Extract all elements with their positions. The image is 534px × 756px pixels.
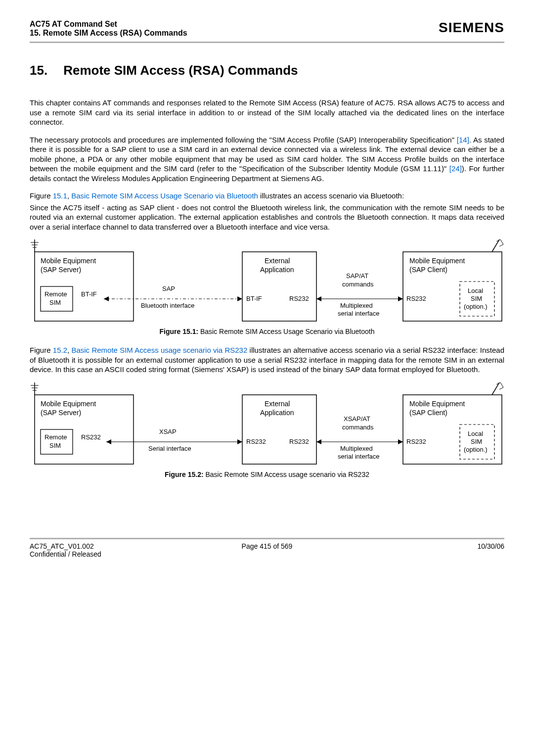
text: SIM	[471, 295, 482, 302]
svg-marker-24	[106, 439, 111, 444]
svg-marker-13	[398, 296, 403, 301]
paragraph-intro: This chapter contains AT commands and re…	[30, 98, 504, 127]
section-heading: 15.Remote SIM Access (RSA) Commands	[30, 63, 504, 78]
text: SIM	[471, 438, 482, 445]
text: commands	[342, 424, 374, 431]
svg-marker-25	[237, 439, 242, 444]
fig-title-link[interactable]: Basic Remote SIM Access Usage Scenario v…	[71, 191, 258, 200]
text: Local	[468, 287, 483, 294]
diagram-bluetooth: Mobile Equipment (SAP Server) Remote SIM…	[30, 239, 504, 324]
svg-marker-8	[104, 296, 109, 301]
section-number: 15.	[30, 63, 47, 78]
ref-link-14[interactable]: [14]	[457, 136, 469, 144]
text: Mobile Equipment	[41, 257, 96, 265]
page-header: AC75 AT Command Set 15. Remote SIM Acces…	[30, 20, 504, 38]
text: (SAP Client)	[409, 409, 447, 417]
text: Mobile Equipment	[409, 257, 465, 265]
text: XSAP	[159, 428, 177, 435]
text: RS232	[81, 433, 101, 441]
footer-classification: Confidential / Released	[30, 550, 504, 558]
brand-logo: SIEMENS	[439, 20, 504, 36]
svg-marker-9	[237, 296, 242, 301]
text: External	[265, 400, 290, 408]
footer-page-number: Page 415 of 569	[188, 542, 346, 550]
text: SAP	[162, 285, 175, 292]
fig-label: Figure 15.2:	[165, 471, 204, 478]
paragraph-protocols: The necessary protocols and procedures a…	[30, 135, 504, 184]
section-title: Remote SIM Access (RSA) Commands	[63, 63, 298, 78]
text: Multiplexed	[340, 302, 373, 309]
paragraph-bluetooth: Since the AC75 itself - acting as SAP cl…	[30, 203, 504, 232]
header-left: AC75 AT Command Set 15. Remote SIM Acces…	[30, 20, 187, 38]
text: commands	[342, 281, 374, 288]
header-divider	[30, 42, 504, 43]
text: Remote	[44, 433, 67, 441]
text: Application	[260, 409, 294, 417]
text: BT-IF	[246, 295, 262, 302]
para-text: ,	[67, 191, 71, 200]
text: serial interface	[338, 453, 380, 460]
fig-text: Basic Remote SIM Access Usage Scenario v…	[198, 328, 374, 335]
doc-title: AC75 AT Command Set	[30, 20, 187, 29]
figure-15-1: Mobile Equipment (SAP Server) Remote SIM…	[30, 239, 504, 324]
figure-15-1-caption: Figure 15.1: Basic Remote SIM Access Usa…	[30, 328, 504, 335]
footer-date: 10/30/06	[346, 542, 504, 550]
para-text: Figure	[30, 346, 53, 354]
svg-marker-12	[316, 296, 321, 301]
text: Application	[260, 266, 294, 274]
figure-15-2-caption: Figure 15.2: Basic Remote SIM Access usa…	[30, 471, 504, 478]
text: Mobile Equipment	[409, 400, 465, 408]
text: Multiplexed	[340, 445, 373, 452]
svg-marker-28	[316, 439, 321, 444]
footer-doc-id: AC75_ATC_V01.002	[30, 542, 188, 550]
footer-divider	[30, 538, 504, 539]
text: SIM	[49, 299, 61, 306]
text: XSAP/AT	[344, 415, 370, 423]
text: (SAP Server)	[41, 266, 81, 274]
diagram-rs232: Mobile Equipment (SAP Server) Remote SIM…	[30, 382, 504, 467]
text: RS232	[246, 438, 266, 445]
svg-line-4	[492, 239, 499, 252]
fig-ref-15-1[interactable]: 15.1	[53, 191, 67, 200]
text: Bluetooth interface	[141, 302, 194, 309]
svg-line-20	[492, 382, 499, 395]
fig-label: Figure 15.1:	[160, 328, 199, 335]
para-text: illustrates an access scenario via Bluet…	[258, 191, 404, 200]
text: RS232	[289, 295, 309, 302]
para-text: The necessary protocols and procedures a…	[30, 136, 457, 144]
doc-subtitle: 15. Remote SIM Access (RSA) Commands	[30, 29, 187, 38]
text: SAP/AT	[346, 272, 368, 280]
fig-ref-15-2[interactable]: 15.2	[53, 346, 67, 354]
text: Local	[468, 430, 483, 437]
text: (SAP Server)	[41, 409, 81, 417]
figure-15-2: Mobile Equipment (SAP Server) Remote SIM…	[30, 382, 504, 467]
text: Remote	[44, 290, 67, 298]
text: (SAP Client)	[409, 266, 447, 274]
text: (option.)	[464, 446, 488, 453]
text: RS232	[289, 438, 309, 445]
footer-row: AC75_ATC_V01.002 Page 415 of 569 10/30/0…	[30, 542, 504, 550]
text: BT-IF	[81, 290, 97, 298]
paragraph-fig1-lead: Figure 15.1, Basic Remote SIM Access Usa…	[30, 191, 504, 201]
fig-text: Basic Remote SIM Access usage scenario v…	[204, 471, 369, 478]
svg-marker-29	[398, 439, 403, 444]
fig-title-link[interactable]: Basic Remote SIM Access usage scenario v…	[71, 346, 247, 354]
paragraph-fig2-lead: Figure 15.2, Basic Remote SIM Access usa…	[30, 345, 504, 375]
page-footer: AC75_ATC_V01.002 Page 415 of 569 10/30/0…	[30, 538, 504, 558]
para-text: Figure	[30, 191, 53, 200]
text: External	[265, 257, 290, 265]
text: (option.)	[464, 303, 488, 310]
text: RS232	[406, 295, 426, 302]
text: serial interface	[338, 310, 380, 317]
text: Serial interface	[148, 445, 191, 452]
text: Mobile Equipment	[41, 400, 96, 408]
ref-link-24[interactable]: [24]	[449, 164, 462, 173]
text: RS232	[406, 438, 426, 445]
text: SIM	[49, 442, 61, 449]
